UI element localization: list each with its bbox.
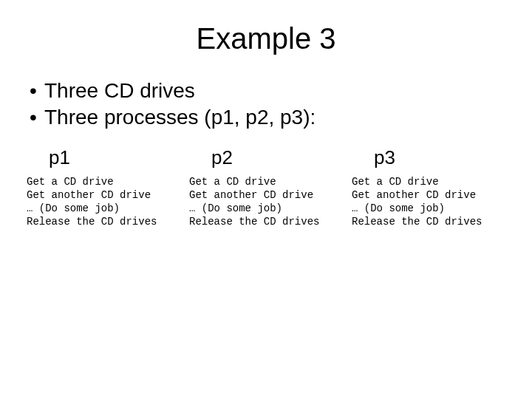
process-code: Get a CD drive Get another CD drive … (D…: [189, 175, 343, 229]
code-line: Get another CD drive: [352, 189, 476, 201]
code-line: Release the CD drives: [189, 216, 319, 228]
process-code: Get a CD drive Get another CD drive … (D…: [27, 175, 180, 229]
bullet-dot-icon: •: [30, 104, 44, 131]
bullet-text: Three processes (p1, p2, p3):: [44, 104, 316, 131]
slide-title: Example 3: [22, 22, 510, 55]
bullet-dot-icon: •: [30, 78, 44, 104]
code-line: Release the CD drives: [27, 216, 157, 228]
code-line: Get a CD drive: [27, 176, 114, 188]
process-heading: p1: [49, 146, 180, 169]
process-column-p1: p1 Get a CD drive Get another CD drive ……: [22, 146, 185, 229]
code-line: … (Do some job): [27, 202, 120, 214]
process-columns: p1 Get a CD drive Get another CD drive ……: [22, 146, 510, 229]
process-column-p2: p2 Get a CD drive Get another CD drive ……: [185, 146, 347, 229]
code-line: … (Do some job): [352, 202, 445, 214]
code-line: Release the CD drives: [352, 216, 482, 228]
process-code: Get a CD drive Get another CD drive … (D…: [352, 175, 505, 229]
bullet-text: Three CD drives: [44, 78, 195, 104]
code-line: Get a CD drive: [189, 176, 276, 188]
code-line: Get another CD drive: [27, 189, 151, 201]
slide: Example 3 • Three CD drives • Three proc…: [0, 0, 532, 399]
bullet-item: • Three processes (p1, p2, p3):: [30, 104, 510, 131]
code-line: Get another CD drive: [189, 189, 313, 201]
bullet-item: • Three CD drives: [30, 78, 510, 104]
code-line: Get a CD drive: [352, 176, 439, 188]
code-line: … (Do some job): [189, 202, 282, 214]
process-column-p3: p3 Get a CD drive Get another CD drive ……: [347, 146, 510, 229]
process-heading: p3: [374, 146, 505, 169]
process-heading: p2: [211, 146, 343, 169]
bullet-list: • Three CD drives • Three processes (p1,…: [22, 78, 510, 132]
